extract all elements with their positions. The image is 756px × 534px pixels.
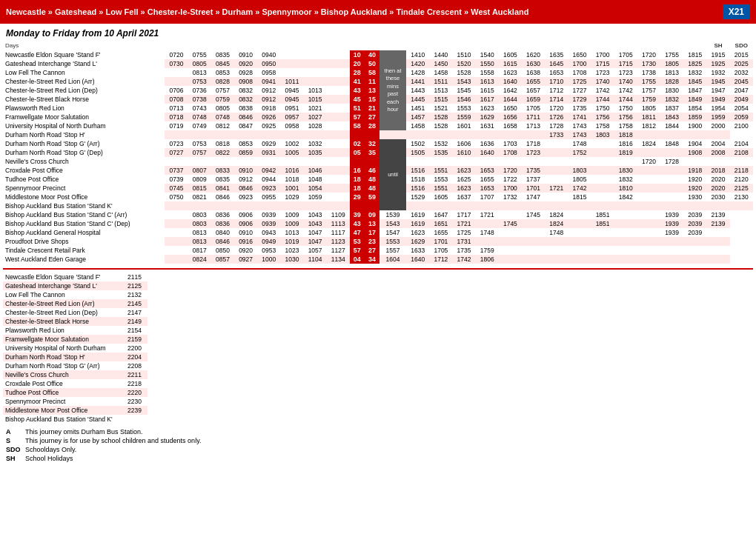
stop-name: Croxdale Post Office xyxy=(3,166,165,175)
time-cell: 0745 xyxy=(165,184,188,193)
mid-time-cell: 1723 xyxy=(522,148,545,157)
mid-time-cell: 2139 xyxy=(706,210,729,219)
mid-time-cell: 1747 xyxy=(522,193,545,201)
time-cell: 1019 xyxy=(280,237,303,246)
time-cell: 0912 xyxy=(234,175,257,184)
frequency-col-2: 15 xyxy=(365,95,379,104)
time-cell: 0720 xyxy=(165,50,188,59)
late-time-cell: 2204 xyxy=(122,353,147,361)
mid-time-cell: 1700 xyxy=(499,184,522,193)
mid-time-cell: 1623 xyxy=(452,166,475,175)
mid-time-cell xyxy=(476,237,499,246)
frequency-col-1: 02 xyxy=(350,139,365,148)
mid-time-cell xyxy=(476,201,499,210)
until-block: until xyxy=(379,139,406,210)
mid-time-cell: 1640 xyxy=(499,77,522,86)
time-cell: 0737 xyxy=(165,166,188,175)
time-cell: 0925 xyxy=(257,121,280,130)
mid-time-cell: 1726 xyxy=(545,113,568,121)
mid-time-cell xyxy=(406,130,429,139)
time-cell xyxy=(165,246,188,255)
mid-time-cell: 1832 xyxy=(660,95,683,104)
mid-time-cell: 1721 xyxy=(545,184,568,193)
time-cell: 0906 xyxy=(234,219,257,228)
time-cell xyxy=(165,237,188,246)
mid-time-cell: 1806 xyxy=(476,255,499,264)
mid-time-cell xyxy=(637,237,660,246)
mid-time-cell: 1617 xyxy=(476,95,499,104)
mid-time-cell: 1705 xyxy=(522,104,545,113)
mid-time-cell: 2039 xyxy=(683,210,706,219)
mid-time-cell: 1543 xyxy=(452,77,475,86)
late-time-cell: 2220 xyxy=(122,388,147,397)
time-cell xyxy=(327,157,350,166)
mid-time-cell xyxy=(476,219,499,228)
mid-time-cell xyxy=(591,139,614,148)
frequency-col-2 xyxy=(365,130,379,139)
mid-time-cell: 1759 xyxy=(476,246,499,255)
table-row: Bishop Auckland General Hospital08130840… xyxy=(3,228,753,237)
mid-time-cell: 1727 xyxy=(568,86,591,95)
time-cell xyxy=(327,59,350,68)
mid-time-cell xyxy=(614,201,637,210)
late-time-cell: 2154 xyxy=(122,326,147,335)
mid-time-cell xyxy=(406,201,429,210)
late-table-row: Chester-le-Street Red Lion (Dep)2147 xyxy=(3,308,147,317)
frequency-col-1 xyxy=(350,157,365,166)
mid-time-cell: 1945 xyxy=(706,77,729,86)
mid-time-cell: 1613 xyxy=(476,77,499,86)
late-stop-name: Gateshead Interchange 'Stand L' xyxy=(3,281,122,290)
mid-time-cell: 1623 xyxy=(452,184,475,193)
time-cell: 1021 xyxy=(304,104,327,113)
time-cell: 0950 xyxy=(257,59,280,68)
stop-name: Spennymoor Precinct xyxy=(3,184,165,193)
mid-time-cell: 1750 xyxy=(591,104,614,113)
late-stop-name: Chester-le-Street Black Horse xyxy=(3,317,122,326)
mid-time-cell: 1735 xyxy=(452,246,475,255)
time-cell: 0929 xyxy=(257,139,280,148)
mid-time-cell: 1752 xyxy=(568,148,591,157)
mid-time-cell xyxy=(568,210,591,219)
time-cell: 0727 xyxy=(165,148,188,157)
mid-time-cell: 1722 xyxy=(499,175,522,184)
time-cell xyxy=(280,50,303,59)
frequency-col-1: 29 xyxy=(350,193,365,201)
frequency-col-1: 18 xyxy=(350,175,365,184)
mid-time-cell xyxy=(706,201,729,210)
mid-time-cell: 1715 xyxy=(614,59,637,68)
time-cell: 1048 xyxy=(304,175,327,184)
late-stop-name: University Hospital of North Durham xyxy=(3,344,122,353)
time-cell: 0923 xyxy=(234,193,257,201)
mid-time-cell: 1843 xyxy=(660,113,683,121)
footer-note-text: This journey is for use by school childr… xyxy=(25,437,201,444)
late-table-row: Gateshead Interchange 'Stand L'2125 xyxy=(3,281,147,290)
timetable-title: Monday to Friday from 10 April 2021 xyxy=(0,24,756,41)
time-cell xyxy=(327,166,350,175)
time-cell: 1028 xyxy=(304,121,327,130)
mid-time-cell xyxy=(683,157,706,166)
mid-time-cell: 1939 xyxy=(660,210,683,219)
mid-time-cell: 1647 xyxy=(429,210,452,219)
time-cell: 0836 xyxy=(211,219,234,228)
time-cell: 0845 xyxy=(211,59,234,68)
stop-name: Plawsworth Red Lion xyxy=(3,104,165,113)
mid-time-cell: 1723 xyxy=(614,68,637,77)
time-cell: 0926 xyxy=(257,113,280,121)
time-cell: 0833 xyxy=(211,166,234,175)
mid-time-cell: 1818 xyxy=(614,130,637,139)
time-cell: 1043 xyxy=(304,210,327,219)
mid-time-cell: 1520 xyxy=(452,59,475,68)
time-cell: 1127 xyxy=(327,246,350,255)
time-cell xyxy=(257,157,280,166)
late-time-cell: 2132 xyxy=(122,290,147,299)
mid-time-cell: 1705 xyxy=(429,246,452,255)
time-cell: 1023 xyxy=(280,246,303,255)
mid-time-cell: 1813 xyxy=(660,68,683,77)
mid-time-cell: 1828 xyxy=(660,77,683,86)
late-table-row: Plawsworth Red Lion2154 xyxy=(3,326,147,335)
late-stop-name: Neville's Cross Church xyxy=(3,370,122,379)
mid-time-cell xyxy=(637,166,660,175)
mid-time-cell xyxy=(637,210,660,219)
mid-time-cell xyxy=(476,157,499,166)
mid-time-cell: 1918 xyxy=(683,166,706,175)
